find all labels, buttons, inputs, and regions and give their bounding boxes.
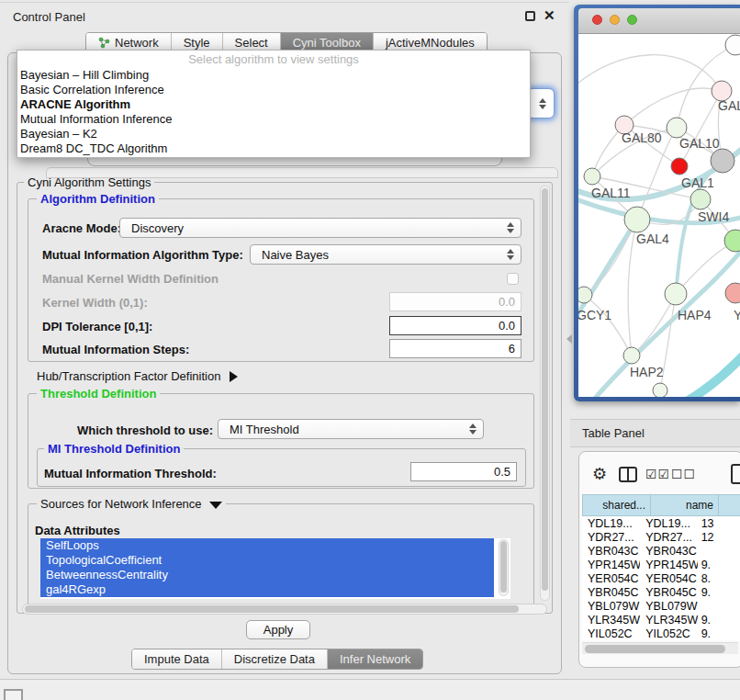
scrollbar-thumb[interactable] <box>500 541 507 593</box>
close-icon[interactable]: ✕ <box>544 7 555 24</box>
table-row[interactable]: YBL079WYBL079W <box>582 599 740 613</box>
network-node[interactable] <box>578 287 592 303</box>
sources-title[interactable]: Sources for Network Inference <box>37 497 226 511</box>
kernel-width-field[interactable]: 0.0 <box>389 292 521 311</box>
window-minimize-button[interactable] <box>610 15 620 25</box>
network-graph: GALGAL80GAL10GAL1GAL11SWI4GAL4GCY1HAP4YH… <box>578 34 740 397</box>
table-row[interactable]: YDL19...YDL19...13 <box>582 516 740 530</box>
table-cell: YBR045C <box>582 586 640 599</box>
table-row[interactable]: YER054CYER054C8. <box>582 571 740 585</box>
window-zoom-button[interactable] <box>627 15 637 25</box>
algorithm-definition-title: Algorithm Definition <box>37 192 159 206</box>
mi-steps-field[interactable]: 6 <box>389 339 521 358</box>
algorithm-option-bayesian-k2[interactable]: Bayesian – K2 <box>17 127 530 141</box>
column-header-2[interactable] <box>719 494 740 516</box>
data-attributes-list[interactable]: SelfLoopsTopologicalCoefficientBetweenne… <box>40 538 510 599</box>
table-cell: 9. <box>698 559 740 571</box>
aracne-mode-select[interactable]: Discovery <box>119 218 521 238</box>
network-node[interactable] <box>667 118 687 138</box>
algorithm-dropdown-items: Bayesian – Hill ClimbingBasic Correlatio… <box>17 68 530 156</box>
columns-icon[interactable] <box>619 467 637 482</box>
float-window-icon[interactable] <box>525 11 535 21</box>
network-window-titlebar[interactable] <box>578 8 740 34</box>
network-node[interactable] <box>665 283 687 305</box>
algorithm-dropdown-placeholder: Select algorithm to view settings <box>17 51 530 68</box>
attribute-item-betweennesscentrality[interactable]: BetweennessCentrality <box>40 568 494 582</box>
network-edge[interactable] <box>687 348 740 397</box>
network-node[interactable] <box>690 189 711 209</box>
network-edge[interactable] <box>584 295 632 356</box>
scrollbar-thumb[interactable] <box>542 188 548 591</box>
scrollbar-thumb[interactable] <box>585 645 725 653</box>
column-header-shared[interactable]: shared... <box>582 494 651 516</box>
deselect-all-icon[interactable]: ☐☐ <box>671 467 696 481</box>
dpi-tolerance-field[interactable]: 0.0 <box>389 316 521 335</box>
attribute-item-gal4rgexp[interactable]: gal4RGexp <box>40 582 494 597</box>
attribute-item-selfloops[interactable]: SelfLoops <box>40 538 494 553</box>
table-cell: 9. <box>698 614 740 627</box>
network-node[interactable] <box>624 207 650 232</box>
window-close-button[interactable] <box>592 15 602 25</box>
network-node[interactable] <box>623 347 640 364</box>
algorithm-option-aracne-algorithm[interactable]: ARACNE Algorithm <box>17 97 530 112</box>
network-node[interactable] <box>725 283 740 303</box>
settings-horizontal-scrollbar[interactable] <box>22 604 547 615</box>
scrollbar-thumb[interactable] <box>25 605 519 613</box>
algorithm-option-mutual-information-inference[interactable]: Mutual Information Inference <box>17 112 530 127</box>
algorithm-combo-focused-fragment[interactable] <box>527 88 555 119</box>
table-cell: YBR043C <box>582 545 640 558</box>
attribute-item-topologicalcoefficient[interactable]: TopologicalCoefficient <box>40 553 494 568</box>
aracne-mode-value: Discovery <box>131 221 184 235</box>
tab-discretize-data[interactable]: Discretize Data <box>221 649 327 669</box>
panel-collapse-handle[interactable] <box>566 334 572 344</box>
tab-label: Discretize Data <box>234 652 315 666</box>
table-row[interactable]: YDR27...YDR27...12 <box>582 530 740 544</box>
network-icon <box>98 37 110 49</box>
tab-label: Cyni Toolbox <box>293 36 361 50</box>
which-threshold-value: MI Threshold <box>230 423 299 436</box>
algorithm-option-basic-correlation-inference[interactable]: Basic Correlation Inference <box>17 83 530 97</box>
table-cell: 9. <box>698 586 740 599</box>
algorithm-option-bayesian-hill-climbing[interactable]: Bayesian – Hill Climbing <box>17 68 530 83</box>
mi-threshold-field[interactable]: 0.5 <box>410 462 517 481</box>
file-icon[interactable] <box>731 464 740 484</box>
mi-type-value: Naive Bayes <box>262 248 329 262</box>
tab-label: Network <box>115 36 159 50</box>
table-row[interactable]: YIL052CYIL052C9. <box>582 627 740 640</box>
table-row[interactable]: YBR043CYBR043C <box>582 544 740 558</box>
table-row[interactable]: YLR345WYLR345W9. <box>582 613 740 627</box>
apply-button[interactable]: Apply <box>246 620 310 639</box>
algorithm-option-dream8-dc-tdc-algorithm[interactable]: Dream8 DC_TDC Algorithm <box>17 141 530 156</box>
which-threshold-select[interactable]: MI Threshold <box>218 419 484 439</box>
gear-icon[interactable]: ⚙ <box>592 464 607 484</box>
panel-grip-icon[interactable] <box>4 689 23 700</box>
table-horizontal-scrollbar[interactable] <box>582 642 738 654</box>
table-row[interactable]: YBR045CYBR045C9. <box>582 585 740 599</box>
table-cell: YLR345W <box>640 614 697 627</box>
manual-kernel-checkbox[interactable] <box>507 273 519 285</box>
tab-infer-network[interactable]: Infer Network <box>327 649 422 669</box>
tab-impute-data[interactable]: Impute Data <box>132 649 221 669</box>
mi-type-select[interactable]: Naive Bayes <box>250 244 521 265</box>
network-canvas[interactable]: GALGAL80GAL10GAL1GAL11SWI4GAL4GCY1HAP4YH… <box>578 34 740 397</box>
network-node[interactable] <box>711 149 734 173</box>
hub-definition-toggle[interactable]: Hub/Transcription Factor Definition <box>37 369 238 383</box>
column-header-name[interactable]: name <box>651 494 719 516</box>
data-attributes-label: Data Attributes <box>35 524 120 537</box>
select-all-icon[interactable]: ☑☑ <box>645 467 670 481</box>
status-strip <box>0 679 740 700</box>
settings-vertical-scrollbar[interactable] <box>540 186 550 601</box>
threshold-definition-title: Threshold Definition <box>37 387 160 401</box>
top-divider <box>0 2 569 3</box>
network-node[interactable] <box>671 158 688 175</box>
table-cell: YBL079W <box>640 600 697 613</box>
network-node[interactable] <box>653 383 667 397</box>
dpi-tolerance-label: DPI Tolerance [0,1]: <box>42 320 152 333</box>
tab-label: Infer Network <box>340 652 410 666</box>
tab-label: Impute Data <box>144 652 209 666</box>
table-row[interactable]: YPR145WYPR145W9. <box>582 558 740 571</box>
network-node[interactable] <box>584 168 600 185</box>
network-node[interactable] <box>724 230 740 252</box>
list-scrollbar[interactable] <box>499 539 509 596</box>
network-node[interactable] <box>725 35 740 55</box>
